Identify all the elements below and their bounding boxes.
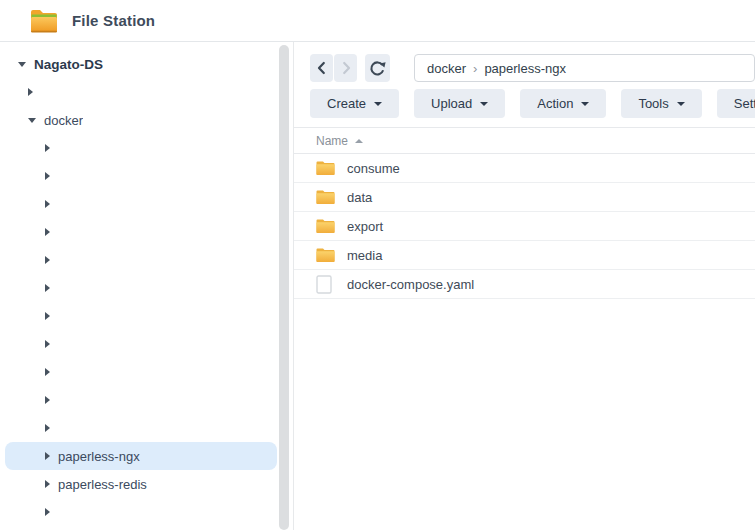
file-row-export[interactable]: export — [294, 212, 755, 241]
file-name: consume — [347, 161, 400, 176]
expand-arrow-icon[interactable] — [45, 480, 50, 488]
expand-arrow-icon[interactable] — [45, 312, 50, 320]
expand-arrow-icon[interactable] — [45, 368, 50, 376]
expand-arrow-icon[interactable] — [45, 228, 50, 236]
expand-arrow-icon[interactable] — [28, 88, 33, 96]
dropdown-caret-icon — [480, 102, 488, 106]
column-header-name[interactable]: Name — [294, 128, 755, 154]
tree-item[interactable] — [0, 190, 293, 218]
folder-icon — [316, 187, 336, 207]
file-row-docker-compose.yaml[interactable]: docker-compose.yaml — [294, 270, 755, 299]
file-name: media — [347, 248, 382, 263]
folder-tree-sidebar: Nagato-DSdockerpaperless-ngxpaperless-re… — [0, 42, 294, 530]
file-row-data[interactable]: data — [294, 183, 755, 212]
toolbar: CreateUploadActionToolsSettings — [310, 89, 755, 118]
tree-item-docker[interactable]: docker — [0, 106, 293, 134]
expand-arrow-icon[interactable] — [45, 424, 50, 432]
sort-ascending-icon — [355, 139, 363, 143]
file-name: docker-compose.yaml — [347, 277, 474, 292]
path-segment-docker[interactable]: docker — [427, 61, 466, 76]
file-row-consume[interactable]: consume — [294, 154, 755, 183]
expand-arrow-icon[interactable] — [45, 172, 50, 180]
create-button[interactable]: Create — [310, 89, 399, 118]
tree-item[interactable] — [0, 498, 293, 526]
tree-item[interactable] — [0, 134, 293, 162]
settings-button[interactable]: Settings — [717, 89, 755, 118]
chevron-left-icon — [314, 60, 330, 76]
button-label: Tools — [638, 96, 668, 111]
file-name: export — [347, 219, 383, 234]
file-list: Name consumedataexportmediadocker-compos… — [294, 127, 755, 299]
expand-arrow-icon[interactable] — [45, 200, 50, 208]
path-separator-icon: › — [473, 61, 477, 76]
dropdown-caret-icon — [374, 102, 382, 106]
path-segment-paperless-ngx[interactable]: paperless-ngx — [484, 61, 566, 76]
tree-item[interactable] — [0, 414, 293, 442]
tree-item[interactable] — [0, 302, 293, 330]
sidebar-tree: Nagato-DSdockerpaperless-ngxpaperless-re… — [0, 50, 293, 526]
file-row-media[interactable]: media — [294, 241, 755, 270]
dropdown-caret-icon — [581, 102, 589, 106]
app-title: File Station — [72, 12, 155, 29]
expand-arrow-icon[interactable] — [45, 396, 50, 404]
tree-item[interactable] — [0, 386, 293, 414]
collapse-arrow-icon[interactable] — [18, 62, 26, 67]
tree-item-label: paperless-ngx — [58, 449, 140, 464]
path-input[interactable]: docker›paperless-ngx — [414, 54, 755, 82]
folder-icon — [316, 245, 336, 265]
button-label: Create — [327, 96, 366, 111]
upload-button[interactable]: Upload — [414, 89, 505, 118]
expand-arrow-icon[interactable] — [45, 340, 50, 348]
tree-item[interactable] — [0, 274, 293, 302]
back-button[interactable] — [310, 54, 333, 82]
button-label: Upload — [431, 96, 472, 111]
expand-arrow-icon[interactable] — [45, 256, 50, 264]
tree-item[interactable] — [0, 246, 293, 274]
refresh-icon — [369, 60, 386, 77]
tree-item-label: Nagato-DS — [34, 57, 103, 72]
tools-button[interactable]: Tools — [621, 89, 701, 118]
file-icon — [316, 274, 336, 294]
breadcrumb: docker›paperless-ngx — [310, 54, 755, 82]
dropdown-caret-icon — [677, 102, 685, 106]
expand-arrow-icon[interactable] — [45, 284, 50, 292]
file-station-app-icon — [30, 7, 58, 34]
column-label: Name — [316, 134, 348, 148]
tree-item[interactable] — [0, 330, 293, 358]
forward-button[interactable] — [334, 54, 357, 82]
expand-arrow-icon[interactable] — [45, 508, 50, 516]
button-label: Action — [537, 96, 573, 111]
action-button[interactable]: Action — [520, 89, 606, 118]
tree-item-paperless-redis[interactable]: paperless-redis — [0, 470, 293, 498]
tree-item[interactable] — [0, 358, 293, 386]
button-label: Settings — [734, 96, 755, 111]
expand-arrow-icon[interactable] — [45, 144, 50, 152]
tree-item[interactable] — [0, 218, 293, 246]
folder-icon — [316, 216, 336, 236]
file-name: data — [347, 190, 372, 205]
sidebar-scrollbar[interactable] — [279, 45, 289, 530]
tree-item[interactable] — [0, 162, 293, 190]
main-panel: docker›paperless-ngx CreateUploadActionT… — [294, 42, 755, 530]
tree-item-paperless-ngx[interactable]: paperless-ngx — [5, 442, 277, 470]
chevron-right-icon — [338, 60, 354, 76]
expand-arrow-icon[interactable] — [45, 452, 50, 460]
tree-item-Nagato-DS[interactable]: Nagato-DS — [0, 50, 293, 78]
app-header: File Station — [0, 0, 755, 42]
tree-item-label: paperless-redis — [58, 477, 147, 492]
folder-icon — [316, 158, 336, 178]
tree-item[interactable] — [0, 78, 293, 106]
tree-item-label: docker — [44, 113, 83, 128]
collapse-arrow-icon[interactable] — [28, 118, 36, 123]
refresh-button[interactable] — [365, 54, 390, 82]
